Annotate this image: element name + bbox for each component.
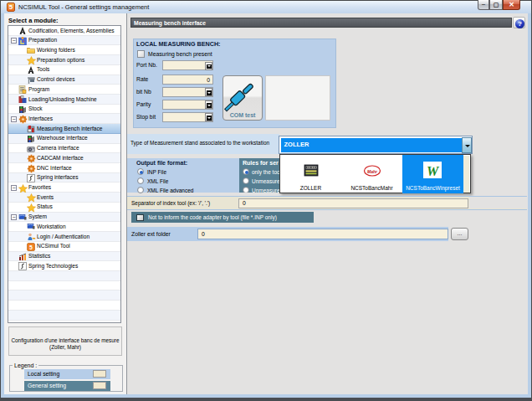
svg-text:W: W	[427, 164, 440, 178]
svg-text:Mahr: Mahr	[367, 169, 378, 174]
svg-text:5: 5	[29, 244, 33, 249]
